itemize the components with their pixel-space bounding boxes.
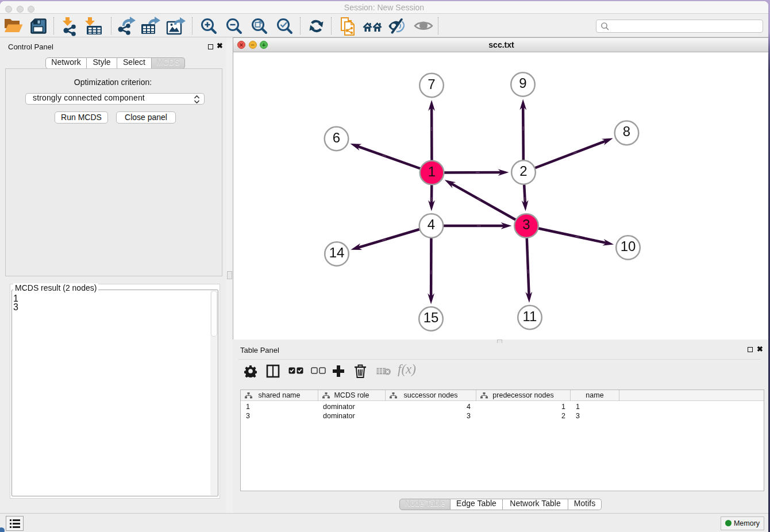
svg-text:2: 2 xyxy=(519,163,527,179)
svg-text:9: 9 xyxy=(519,75,526,91)
svg-text:8: 8 xyxy=(623,124,630,139)
svg-text:11: 11 xyxy=(523,309,537,324)
svg-text:14: 14 xyxy=(329,245,345,260)
svg-text:4: 4 xyxy=(428,217,435,232)
svg-text:7: 7 xyxy=(428,76,435,92)
svg-text:1: 1 xyxy=(428,164,436,179)
svg-text:10: 10 xyxy=(621,238,636,254)
svg-text:3: 3 xyxy=(522,217,530,232)
svg-text:15: 15 xyxy=(424,310,439,325)
svg-text:6: 6 xyxy=(333,130,340,145)
